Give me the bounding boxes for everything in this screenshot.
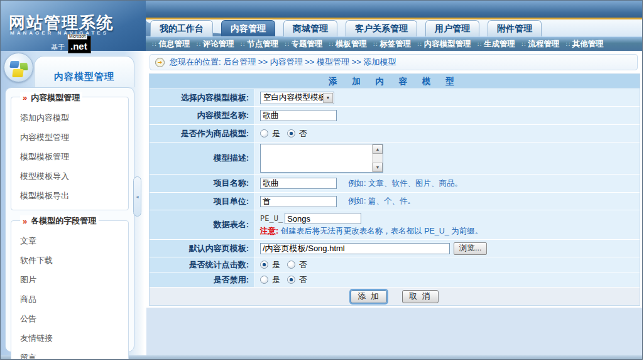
sidebar-item-model-manage[interactable]: 内容模型管理 [16, 129, 123, 148]
breadcrumb-text: 您现在的位置: 后台管理 >> 内容管理 >> 模型管理 >> 添加模型 [170, 57, 396, 68]
table-prefix-label: PE_U_ [260, 214, 283, 223]
sidebar-item-links[interactable]: 友情链接 [16, 330, 123, 349]
scroll-up-icon[interactable]: ▲ [373, 144, 383, 154]
warning-label: 注意: [260, 227, 278, 235]
field-label: 是否统计点击数: [150, 257, 254, 272]
menu-item-tag[interactable]: ∷标签管理 [370, 39, 414, 50]
sidebar-menu-panel: » 内容模型管理 添加内容模型 内容模型管理 模型模板管理 模型模板导入 模型模… [5, 87, 134, 352]
menu-separator-icon: ∷ [565, 41, 569, 48]
scroll-down-icon[interactable]: ▼ [373, 163, 383, 172]
app-logo: 网站管理系统 MANAGER NAVIGATES 基于 Microsoft .n… [1, 1, 146, 51]
disabled-yes-radio[interactable] [260, 276, 268, 284]
radio-label: 是 [272, 274, 280, 286]
sidebar-item-guestbook[interactable]: 留言 [16, 349, 123, 360]
warning-text: 创建表后将无法再更改表名称，表名都以 PE_U_ 为前缀。 [281, 227, 483, 235]
menu-item-topic[interactable]: ∷专题管理 [281, 39, 325, 50]
dotnet-logo: 基于 Microsoft .net [51, 36, 91, 53]
is-product-row: 是否作为商品模型: 是 否 [150, 125, 640, 142]
tab-attachment-management[interactable]: 附件管理 [488, 20, 542, 36]
add-model-form: 添 加 内 容 模 型 选择内容模型模板: 空白内容模型模板 内容模型名称: [150, 74, 640, 305]
product-yes-radio[interactable] [260, 129, 268, 137]
main-tabs: 我的工作台 内容管理 商城管理 客户关系管理 用户管理 附件管理 [150, 20, 542, 36]
sidebar-item-add-model[interactable]: 添加内容模型 [16, 109, 123, 129]
sidebar-item-model-template-export[interactable]: 模型模板导出 [16, 187, 123, 207]
sidebar-group-content-model: » 内容模型管理 添加内容模型 内容模型管理 模型模板管理 模型模板导入 模型模… [11, 97, 129, 210]
product-no-radio[interactable] [287, 129, 295, 137]
sidebar-item-image[interactable]: 图片 [16, 271, 123, 291]
clicks-yes-radio[interactable] [260, 261, 268, 269]
menu-separator-icon: ∷ [152, 41, 156, 48]
menu-item-comment[interactable]: ∷评论管理 [193, 39, 237, 50]
header: 网站管理系统 MANAGER NAVIGATES 基于 Microsoft .n… [1, 1, 642, 51]
submenu-bar: ∷信息管理 ∷评论管理 ∷节点管理 ∷专题管理 ∷模板管理 ∷标签管理 ∷内容模… [146, 36, 642, 51]
textarea-scrollbar[interactable]: ▲ ▼ [372, 144, 383, 172]
chevron-down-icon [323, 93, 333, 103]
menu-separator-icon: ∷ [521, 41, 525, 48]
tab-user-management[interactable]: 用户管理 [425, 20, 479, 36]
model-template-select[interactable]: 空白内容模型模板 [260, 92, 334, 104]
menu-item-node[interactable]: ∷节点管理 [237, 39, 281, 50]
menu-item-generate[interactable]: ∷生成管理 [474, 39, 518, 50]
field-label: 内容模型名称: [150, 107, 254, 124]
clicks-no-radio[interactable] [287, 261, 295, 269]
app-window: 网站管理系统 MANAGER NAVIGATES 基于 Microsoft .n… [0, 0, 643, 360]
main-background-fill [146, 308, 642, 355]
sidebar-item-model-template-import[interactable]: 模型模板导入 [16, 168, 123, 187]
menu-separator-icon: ∷ [329, 41, 333, 48]
sidebar-item-article[interactable]: 文章 [16, 232, 123, 252]
sidebar-collapse-handle[interactable] [133, 176, 141, 217]
table-name-row: 数据表名: PE_U_ 注意: 创建表后将无法再更改表名称，表名都以 PE_U_… [150, 210, 640, 239]
sidebar-group-model-fields: » 各模型的字段管理 文章 软件下载 图片 商品 公告 友情链接 留言 [11, 220, 129, 360]
browse-button[interactable]: 浏览... [454, 242, 487, 255]
microsoft-net-badge: Microsoft .net [68, 36, 91, 53]
tab-crm[interactable]: 客户关系管理 [346, 20, 417, 36]
sidebar-group-title: » 内容模型管理 [20, 92, 82, 104]
sidebar-item-product[interactable]: 商品 [16, 291, 123, 310]
item-unit-input[interactable] [260, 196, 337, 207]
menu-item-template[interactable]: ∷模板管理 [326, 39, 370, 50]
count-clicks-row: 是否统计点击数: 是 否 [150, 257, 640, 272]
field-label: 项目单位: [150, 193, 254, 210]
disabled-no-radio[interactable] [287, 276, 295, 284]
table-name-input[interactable] [285, 213, 361, 224]
is-disabled-row: 是否禁用: 是 否 [150, 272, 640, 287]
item-name-input[interactable] [260, 178, 337, 189]
sidebar-item-software[interactable]: 软件下载 [16, 252, 123, 271]
field-label: 是否禁用: [150, 272, 254, 287]
tab-content-management[interactable]: 内容管理 [221, 20, 275, 36]
menu-separator-icon: ∷ [417, 41, 421, 48]
menu-separator-icon: ∷ [478, 41, 481, 48]
radio-label: 否 [299, 128, 307, 139]
sidebar: 内容模型管理 » 内容模型管理 添加内容模型 内容模型管理 模型模板管理 模型模… [1, 51, 145, 355]
item-unit-row: 项目单位: 例如: 篇、个、件。 [150, 193, 640, 210]
item-name-hint: 例如: 文章、软件、图片、商品。 [348, 178, 462, 189]
menu-separator-icon: ∷ [373, 41, 377, 48]
cube-yellow [12, 69, 23, 77]
model-name-input[interactable] [260, 110, 337, 121]
content-template-input[interactable] [260, 243, 450, 254]
menu-item-workflow[interactable]: ∷流程管理 [518, 39, 562, 50]
radio-label: 否 [299, 274, 307, 286]
menu-item-other[interactable]: ∷其他管理 [562, 39, 606, 50]
form-button-row: 添 加 取 消 [150, 288, 640, 305]
cancel-button[interactable]: 取 消 [402, 290, 439, 303]
sidebar-title: 内容模型管理 [35, 71, 134, 83]
cube-blue [9, 61, 19, 68]
menu-item-info[interactable]: ∷信息管理 [149, 39, 193, 50]
sidebar-item-model-template-manage[interactable]: 模型模板管理 [16, 148, 123, 168]
description-textarea[interactable]: ▲ ▼ [260, 144, 383, 173]
sidebar-item-notice[interactable]: 公告 [16, 310, 123, 330]
radio-label: 否 [299, 259, 307, 271]
field-label: 选择内容模型模板: [150, 89, 254, 106]
menu-item-content-model[interactable]: ∷内容模型管理 [414, 39, 474, 50]
menu-separator-icon: ∷ [285, 41, 288, 48]
add-button[interactable]: 添 加 [351, 290, 387, 303]
content-template-row: 默认内容页模板: 浏览... [150, 240, 640, 257]
tab-workbench[interactable]: 我的工作台 [150, 20, 213, 36]
microsoft-label: Microsoft [67, 34, 87, 40]
menu-separator-icon: ∷ [241, 41, 244, 48]
field-label: 是否作为商品模型: [150, 125, 254, 142]
location-arrow-icon [155, 58, 165, 67]
tab-mall-management[interactable]: 商城管理 [283, 20, 337, 36]
net-label: .net [70, 41, 87, 51]
